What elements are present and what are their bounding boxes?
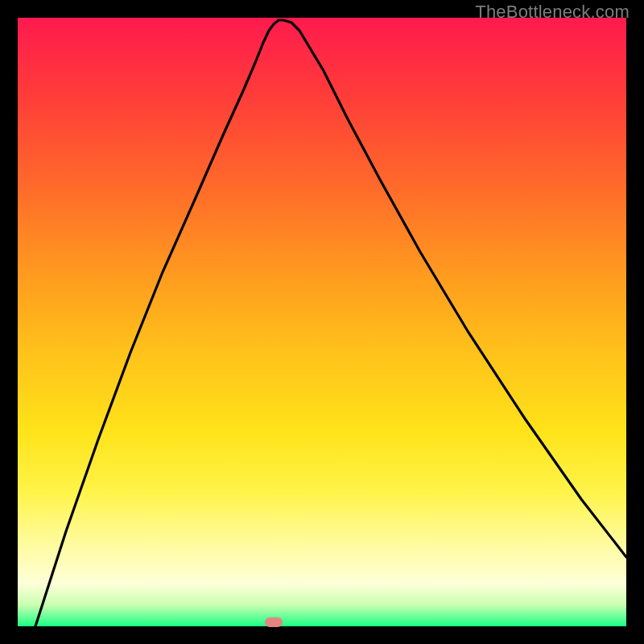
bottleneck-curve [35, 20, 626, 626]
chart-curve-svg [18, 18, 626, 626]
optimal-point-marker [265, 617, 283, 627]
chart-frame [18, 18, 626, 626]
